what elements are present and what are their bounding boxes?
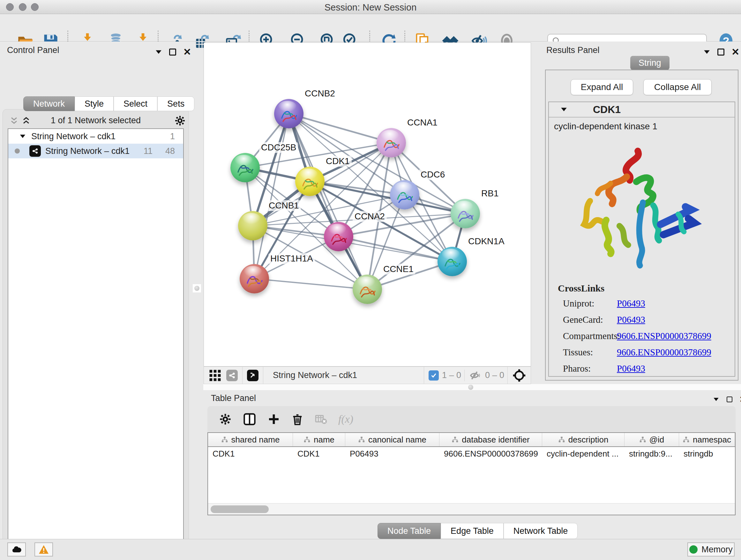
delete-column-icon[interactable] [291, 413, 304, 426]
crosslink-row: GeneCard:P06493 [558, 314, 711, 325]
crosslink-label: Pharos: [558, 363, 617, 374]
expand-all-button[interactable]: Expand All [570, 79, 633, 95]
column-header[interactable]: description [542, 433, 624, 446]
tab-style[interactable]: Style [75, 97, 114, 111]
share-view-icon[interactable] [226, 370, 238, 381]
close-panel-icon[interactable]: ✕ [739, 395, 741, 403]
column-header[interactable]: name [293, 433, 345, 446]
gene-section-header[interactable]: CDK1 [549, 102, 735, 118]
network-label: String Network – cdk1 [45, 146, 130, 156]
protein-node-cdc6[interactable] [390, 180, 419, 209]
tab-network[interactable]: Network [23, 97, 75, 111]
column-type-icon [221, 436, 228, 443]
network-collection-row[interactable]: String Network – cdk1 1 [8, 129, 183, 144]
selected-checkbox-icon[interactable] [428, 370, 439, 381]
protein-node-cdk1[interactable] [295, 167, 325, 196]
protein-node-ccnb2[interactable] [274, 99, 304, 128]
column-header[interactable]: @id [624, 433, 679, 446]
protein-node-ccna2[interactable] [324, 222, 353, 251]
table-cell: stringdb [679, 449, 735, 459]
crosslink-label: Compartments: [558, 331, 617, 341]
crosslink-link[interactable]: P06493 [617, 363, 645, 374]
tab-sets[interactable]: Sets [157, 97, 194, 111]
float-panel-icon[interactable] [169, 49, 176, 56]
protein-ribbon-thumbnail [233, 158, 257, 181]
string-results-container: Expand All Collapse All CDK1 cyclin-depe… [545, 70, 738, 381]
node-label: CDK1 [324, 156, 352, 167]
close-panel-icon[interactable]: ✕ [731, 47, 739, 57]
gene-description: cyclin-dependent kinase 1 [549, 118, 735, 132]
panel-menu-icon[interactable] [156, 50, 161, 54]
protein-node-cdc25b[interactable] [230, 153, 260, 182]
panel-menu-icon[interactable] [704, 50, 710, 54]
crosslink-row: Uniprot:P06493 [558, 298, 711, 309]
protein-node-ccne1[interactable] [353, 274, 382, 304]
float-panel-icon[interactable] [727, 396, 732, 402]
column-header[interactable]: canonical name [345, 433, 440, 446]
protein-node-ccna1[interactable] [377, 128, 406, 158]
table-toolbar: f(x) [207, 406, 736, 432]
collapse-all-button[interactable]: Collapse All [643, 79, 712, 95]
edge[interactable] [339, 237, 452, 261]
add-column-icon[interactable] [267, 413, 280, 426]
cloud-icon [11, 544, 22, 555]
titlebar: Session: New Session [0, 0, 741, 14]
detach-view-icon[interactable] [247, 370, 259, 381]
tab-node-table[interactable]: Node Table [378, 523, 441, 539]
table-row[interactable]: CDK1CDK1P064939606.ENSP00000378699cyclin… [208, 447, 735, 460]
edge-count: 48 [165, 146, 175, 156]
crosslink-link[interactable]: P06493 [617, 314, 645, 325]
collection-count: 1 [170, 132, 175, 141]
horizontal-splitter[interactable] [203, 384, 741, 390]
grid-view-icon[interactable] [208, 369, 222, 382]
network-canvas[interactable]: CCNB2CCNA1CDC25BCDK1CDC6RB1CCNB1CCNA2CDK… [204, 43, 531, 367]
cloud-status-button[interactable] [7, 543, 26, 557]
gear-icon[interactable] [219, 413, 232, 426]
memory-button[interactable]: Memory [687, 543, 735, 557]
edge[interactable] [289, 114, 465, 213]
column-header[interactable]: database identifier [440, 433, 542, 446]
tab-select[interactable]: Select [114, 97, 157, 111]
crosslink-link[interactable]: P06493 [617, 298, 645, 309]
protein-structure-image [568, 137, 715, 278]
network-row[interactable]: String Network – cdk1 11 48 [8, 144, 183, 159]
close-panel-icon[interactable]: ✕ [183, 47, 191, 57]
tab-edge-table[interactable]: Edge Table [441, 523, 503, 539]
column-type-icon [639, 436, 646, 443]
crosslink-link[interactable]: 9606.ENSP00000378699 [617, 331, 711, 341]
protein-ribbon-thumbnail [441, 252, 464, 275]
network-view-toolbar: String Network – cdk1 1 – 0 0 – 0 [204, 367, 531, 384]
horizontal-scrollbar[interactable] [208, 503, 735, 515]
float-panel-icon[interactable] [718, 49, 724, 56]
node-label: CCNB2 [303, 88, 337, 99]
hidden-eye-icon[interactable] [469, 369, 482, 382]
results-panel: Results Panel ✕ String Expand All Collap… [531, 42, 741, 384]
protein-ribbon-thumbnail [327, 227, 350, 250]
column-header[interactable]: namespac [679, 433, 735, 446]
left-splitter-handle[interactable] [193, 284, 201, 293]
birdseye-crosshair-icon[interactable] [512, 368, 526, 382]
protein-node-rb1[interactable] [451, 199, 480, 228]
protein-node-hist1h1a[interactable] [240, 264, 269, 294]
node-label: RB1 [479, 188, 500, 199]
panel-menu-icon[interactable] [714, 398, 718, 401]
protein-node-cdkn1a[interactable] [437, 247, 467, 276]
column-header[interactable]: shared name [208, 433, 293, 446]
main-toolbar: ? [0, 14, 741, 42]
crosslink-link[interactable]: 9606.ENSP00000378699 [617, 347, 711, 358]
expander-icon[interactable] [20, 135, 25, 138]
edge[interactable] [310, 181, 465, 213]
protein-ribbon-thumbnail [380, 133, 403, 156]
tab-network-table[interactable]: Network Table [503, 523, 578, 539]
scrollbar-thumb[interactable] [211, 505, 269, 513]
warnings-button[interactable] [35, 543, 53, 557]
collapse-section-icon[interactable] [561, 108, 567, 111]
tab-string[interactable]: String [630, 56, 670, 70]
network-view-title: String Network – cdk1 [273, 370, 424, 380]
show-columns-icon[interactable] [243, 412, 257, 426]
gear-icon[interactable] [174, 115, 186, 126]
protein-node-ccnb1[interactable] [238, 211, 267, 240]
node-table: shared namenamecanonical namedatabase id… [207, 432, 736, 515]
table-cell: CDK1 [293, 449, 345, 459]
table-cell: 9606.ENSP00000378699 [440, 449, 542, 459]
